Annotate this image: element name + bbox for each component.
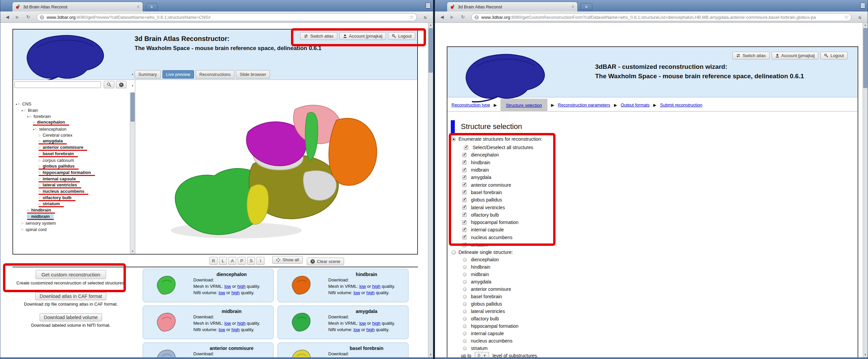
expander-icon[interactable]: ▷ — [35, 127, 38, 131]
expander-icon[interactable]: ▷ — [39, 171, 41, 174]
single-structure-radio-nucleus-accumbens[interactable]: nucleus accumbens — [463, 337, 519, 345]
tree-item-internal-capsule[interactable]: ▷internal capsule — [13, 176, 130, 182]
single-structure-radio-diencephalon[interactable]: diencephalon — [463, 256, 519, 263]
nifti-high-link[interactable]: high — [231, 327, 240, 332]
vrml-low-link[interactable]: low — [359, 321, 366, 326]
nifti-low-link[interactable]: low — [218, 327, 225, 332]
account-button[interactable]: Account [pmajka] — [772, 52, 819, 59]
vrml-low-link[interactable]: low — [224, 321, 231, 326]
reload-button[interactable]: ↻ — [24, 13, 33, 21]
bookmark-star-icon[interactable]: ☆ — [409, 14, 414, 20]
tree-item-telencephalon[interactable]: ▴▷telencephalon — [13, 126, 130, 132]
delineate-single-radio[interactable]: Delineate single structure: — [452, 249, 513, 255]
single-structure-radio-anterior-commisure[interactable]: anterior commisure — [463, 286, 519, 293]
new-tab-button[interactable]: + — [580, 3, 592, 10]
clear-search-button[interactable]: ✕ — [116, 81, 127, 88]
single-structure-radio-internal-capsule[interactable]: internal capsule — [463, 330, 519, 337]
wrench-menu-icon[interactable] — [858, 14, 864, 20]
window-scrollbar[interactable]: ▲ ▼ — [863, 23, 868, 357]
expander-icon[interactable]: ▷ — [30, 115, 32, 118]
nifti-high-link[interactable]: high — [366, 327, 375, 332]
expander-icon[interactable]: ▷ — [39, 177, 41, 180]
wizard-step-output-formats[interactable]: Output formats — [621, 102, 650, 108]
download-labeled-volume-button[interactable]: Download labeled volume — [40, 313, 102, 321]
expander-icon[interactable]: ▷ — [39, 139, 41, 143]
nav-tab-slide-browser[interactable]: Slide browser — [236, 70, 270, 79]
wizard-step-reconstruction-parameters[interactable]: Reconstruction parameters — [558, 102, 610, 108]
window-menu-icon[interactable] — [426, 3, 431, 8]
expander-icon[interactable]: ▷ — [33, 121, 35, 124]
back-button[interactable]: ◀ — [438, 13, 446, 21]
forward-button[interactable]: ▶ — [13, 13, 22, 21]
tree-item-hindbrain[interactable]: ▷hindbrain — [13, 208, 130, 214]
nifti-low-link[interactable]: low — [353, 290, 360, 295]
3d-preview-canvas[interactable] — [135, 80, 417, 254]
expander-icon[interactable]: ▷ — [39, 134, 41, 137]
expander-icon[interactable]: ▷ — [39, 196, 41, 199]
reload-button[interactable]: ↻ — [459, 13, 467, 21]
vrml-high-link[interactable]: high — [372, 321, 381, 326]
vrml-high-link[interactable]: high — [237, 284, 246, 289]
single-structure-radio-globus-pallidus[interactable]: globus pallidus — [463, 300, 519, 308]
tree-item-nucleus-accumbens[interactable]: ▷nucleus accumbens — [13, 189, 130, 195]
single-structure-radio-amygdala[interactable]: amygdala — [463, 278, 519, 286]
orientation-button-p[interactable]: P — [238, 257, 246, 265]
single-structure-radio-olfactory-bulb[interactable]: olfactory bulb — [463, 315, 519, 322]
single-structure-radio-lateral-ventricles[interactable]: lateral ventricles — [463, 308, 519, 315]
new-tab-button[interactable]: + — [146, 3, 158, 10]
expander-icon[interactable]: ▷ — [39, 189, 41, 193]
tree-item-basel-forebrain[interactable]: ▷basel forebrain — [13, 151, 130, 157]
vrml-low-link[interactable]: low — [359, 284, 366, 289]
expander-icon[interactable]: ▷ — [39, 183, 41, 187]
tree-scrollbar[interactable]: ▲ ▲ ▼ — [130, 92, 135, 254]
tree-item-midbrain[interactable]: ▷midbrain — [13, 214, 130, 220]
vrml-high-link[interactable]: high — [372, 284, 381, 289]
orientation-button-l[interactable]: L — [219, 257, 227, 265]
tree-item-sensory-system[interactable]: ▷sensory system — [13, 220, 130, 226]
nav-tab-reconstructions[interactable]: Reconstructions — [196, 70, 234, 79]
nifti-high-link[interactable]: high — [366, 290, 375, 295]
nav-tab-summary[interactable]: Summary — [134, 70, 161, 79]
tree-item-corpus-callosum[interactable]: ▷corpus callosum — [13, 157, 130, 163]
tree-item-cerebral-cortex[interactable]: ▷Cerebral cortex — [13, 132, 130, 138]
wizard-step-structure-selection[interactable]: Structure selection — [506, 103, 542, 108]
tree-item-diencephalon[interactable]: ▷diencephalon — [13, 120, 130, 126]
vrml-high-link[interactable]: high — [237, 321, 246, 326]
tree-item-olfactory-bulb[interactable]: ▷olfactory bulb — [13, 195, 130, 201]
tree-item-anterior-commisure[interactable]: ▷anterior commisure — [13, 145, 130, 151]
expander-icon[interactable]: ▷ — [39, 159, 41, 162]
expander-icon[interactable]: ▷ — [18, 102, 21, 106]
single-structure-radio-basel-forebrain[interactable]: basel forebrain — [463, 293, 519, 300]
tab-close-icon[interactable]: × — [571, 4, 574, 9]
browser-tab[interactable]: 3d Brain Atlas Reconst × — [447, 2, 578, 11]
show-all-button[interactable]: Show all — [272, 256, 303, 264]
wrench-menu-icon[interactable] — [424, 14, 429, 20]
search-button[interactable] — [104, 81, 115, 88]
clear-scene-button[interactable]: ✕ Clear scene — [307, 258, 344, 265]
expander-icon[interactable]: ▷ — [39, 202, 41, 206]
nifti-low-link[interactable]: low — [218, 290, 225, 295]
orientation-button-s[interactable]: S — [247, 257, 255, 265]
expander-icon[interactable]: ▷ — [39, 152, 41, 155]
single-structure-radio-hindbrain[interactable]: hindbrain — [463, 263, 519, 271]
expander-icon[interactable]: ▷ — [22, 228, 24, 231]
nifti-high-link[interactable]: high — [231, 290, 240, 295]
bookmark-star-icon[interactable]: ☆ — [844, 14, 848, 20]
orientation-button-r[interactable]: R — [210, 257, 217, 265]
nav-tab-live-preview[interactable]: Live preview — [162, 70, 194, 79]
url-bar[interactable]: www.3dbar.org:8080/getCustomReconstructi… — [471, 13, 851, 21]
wizard-step-reconstruction-type[interactable]: Reconstruction type — [452, 102, 490, 108]
wizard-step-submit-reconstruction[interactable]: Submit reconstruction — [660, 102, 703, 108]
single-structure-radio-striatum[interactable]: striatum — [463, 345, 519, 352]
tree-search-input[interactable] — [14, 81, 101, 88]
forward-button[interactable]: ▶ — [448, 13, 457, 21]
expander-icon[interactable]: ▷ — [39, 164, 41, 168]
switch-atlas-button[interactable]: Switch atlas — [733, 52, 769, 59]
tree-item-amygdala[interactable]: ▷amygdala — [13, 138, 130, 145]
single-structure-radio-hippocampal-formation[interactable]: hippocampal formation — [463, 322, 519, 330]
url-bar[interactable]: www.3dbar.org:8080/getPreview?cafDataset… — [37, 13, 417, 21]
vrml-low-link[interactable]: low — [224, 284, 231, 289]
single-structure-radio-midbrain[interactable]: midbrain — [463, 271, 519, 278]
tree-item-spinal-cord[interactable]: ▷spinal cord — [13, 226, 130, 233]
expander-icon[interactable]: ▷ — [39, 146, 41, 149]
